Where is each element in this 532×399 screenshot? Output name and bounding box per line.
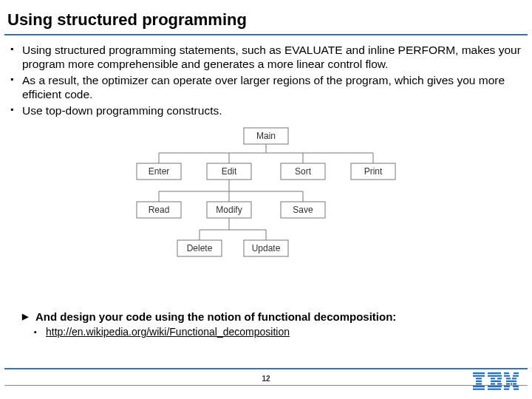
bullet-list: Using structured programming statements,… — [7, 43, 525, 117]
bullet-item: As a result, the optimizer can operate o… — [7, 73, 525, 102]
svg-rect-32 — [488, 372, 501, 374]
svg-rect-51 — [504, 386, 510, 387]
node-print: Print — [364, 166, 383, 177]
svg-rect-31 — [473, 389, 485, 390]
svg-rect-28 — [476, 381, 482, 382]
closing-line: And design your code using the notion of… — [22, 310, 525, 323]
svg-rect-27 — [476, 378, 482, 379]
page-number: 12 — [0, 375, 532, 383]
svg-rect-43 — [504, 375, 510, 377]
hierarchy-diagram: Main Enter Edit Sort Print — [7, 123, 525, 296]
node-update: Update — [252, 243, 281, 253]
svg-rect-38 — [497, 383, 502, 384]
node-save: Save — [293, 205, 313, 215]
node-sort: Sort — [295, 166, 312, 177]
svg-rect-48 — [506, 383, 510, 384]
svg-rect-29 — [476, 383, 482, 384]
footer-divider-top — [4, 368, 528, 369]
title-divider — [4, 34, 528, 35]
ibm-logo — [473, 372, 519, 393]
svg-rect-52 — [513, 386, 519, 387]
svg-rect-35 — [497, 378, 502, 379]
reference-link-item: http://en.wikipedia.org/wiki/Functional_… — [22, 326, 525, 338]
svg-rect-47 — [506, 381, 516, 382]
node-main: Main — [256, 131, 276, 141]
svg-rect-53 — [504, 389, 509, 390]
svg-rect-37 — [491, 383, 495, 384]
node-delete: Delete — [187, 243, 213, 253]
svg-rect-26 — [473, 375, 485, 377]
svg-rect-25 — [473, 372, 485, 374]
node-enter: Enter — [149, 166, 170, 177]
bullet-item: Using structured programming statements,… — [7, 43, 525, 72]
svg-rect-44 — [513, 375, 519, 377]
slide-title: Using structured programming — [0, 0, 532, 34]
svg-rect-41 — [504, 372, 509, 374]
reference-link[interactable]: http://en.wikipedia.org/wiki/Functional_… — [46, 326, 290, 338]
bullet-item: Use top-down programming constructs. — [7, 103, 525, 117]
svg-rect-30 — [473, 386, 485, 387]
svg-rect-50 — [513, 383, 516, 384]
svg-rect-46 — [512, 378, 516, 379]
svg-rect-42 — [514, 372, 519, 374]
node-modify: Modify — [216, 205, 242, 215]
svg-rect-39 — [488, 386, 502, 387]
svg-rect-45 — [506, 378, 511, 379]
content-area: Using structured programming statements,… — [7, 43, 525, 296]
closing-section: And design your code using the notion of… — [22, 310, 525, 338]
svg-rect-40 — [488, 389, 501, 390]
node-edit: Edit — [222, 166, 237, 177]
svg-rect-54 — [514, 389, 519, 390]
svg-rect-34 — [491, 378, 495, 379]
svg-rect-36 — [491, 381, 501, 382]
svg-rect-49 — [511, 383, 512, 384]
svg-rect-33 — [488, 375, 502, 377]
node-read: Read — [149, 205, 170, 215]
footer-divider-bottom — [4, 385, 528, 386]
